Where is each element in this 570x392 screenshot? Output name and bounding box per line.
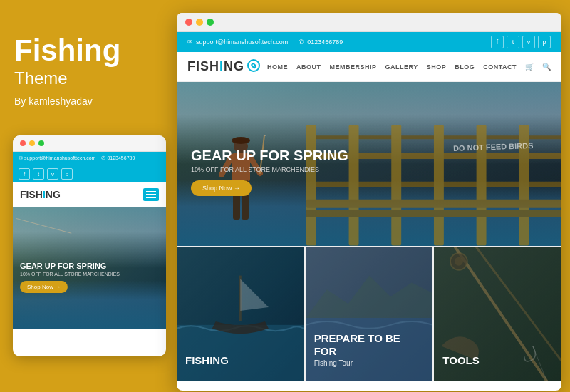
mobile-hero-subtitle: 10% OFF FOR ALL STORE MARCHENDIES — [20, 272, 120, 277]
mobile-phone: ✆ 0123456789 — [101, 155, 135, 161]
minimize-dot — [29, 140, 35, 146]
mobile-browser-bar — [13, 135, 166, 152]
svg-rect-6 — [434, 125, 444, 245]
svg-rect-10 — [306, 210, 561, 217]
phone-icon: ✆ — [101, 155, 105, 160]
fishing-card-title: FISHING — [185, 354, 296, 367]
cart-icon[interactable]: 🛒 — [525, 63, 534, 71]
facebook-icon[interactable]: f — [19, 168, 30, 180]
tools-card-title: TOOLS — [442, 354, 553, 367]
search-icon[interactable]: 🔍 — [542, 63, 551, 71]
desktop-nav: FISHING HOME ABOUT MEMBERSHIP GALLERY SH… — [177, 52, 561, 82]
mobile-hero-title: GEAR UP FOR SPRING — [20, 262, 120, 270]
hero-shop-button[interactable]: Shop Now — [191, 180, 252, 196]
pinterest-icon[interactable]: p — [538, 36, 551, 48]
svg-point-27 — [455, 257, 463, 266]
nav-home[interactable]: HOME — [267, 63, 288, 71]
prepare-card-title: PREPARE TO BE FOR — [314, 332, 425, 358]
hamburger-line — [146, 197, 156, 198]
theme-title: Fishing — [14, 36, 171, 66]
mobile-logo: FISHING — [20, 189, 61, 200]
nav-blog[interactable]: BLOG — [455, 63, 475, 71]
nav-gallery[interactable]: GALLERY — [385, 63, 418, 71]
hamburger-line — [146, 191, 156, 192]
phone-icon: ✆ — [299, 38, 304, 46]
pinterest-icon[interactable]: p — [61, 168, 73, 180]
hero-main-title: GEAR UP FOR SPRING — [191, 148, 348, 164]
card-prepare[interactable]: PREPARE TO BE FOR Fishing Tour — [306, 247, 435, 381]
browser-top-bar — [177, 13, 561, 32]
desktop-info-bar: ✉ support@himanshusofttech.com ✆ 0123456… — [177, 32, 561, 52]
theme-author: By kamleshyadav — [14, 96, 171, 107]
svg-line-25 — [477, 247, 561, 360]
maximize-dot — [38, 140, 44, 146]
theme-subtitle: Theme — [14, 68, 171, 88]
nav-shop[interactable]: SHOP — [427, 63, 447, 71]
prepare-card-subtitle: Fishing Tour — [314, 359, 425, 367]
hero-text-overlay: GEAR UP FOR SPRING 10% OFF FOR ALL STORE… — [191, 148, 348, 196]
cards-row: FISHING PREPARE TO BE FOR Fishing Tour — [177, 246, 561, 381]
desktop-phone: ✆ 0123456789 — [299, 38, 343, 46]
mobile-info-bar: ✉ support@himanshusofttech.com ✆ 0123456… — [13, 152, 166, 165]
desktop-logo: FISHING — [187, 59, 260, 74]
mobile-hero-content: GEAR UP FOR SPRING 10% OFF FOR ALL STORE… — [20, 262, 120, 293]
desktop-social-icons: f t v p — [491, 36, 551, 48]
tools-card-content: TOOLS — [442, 354, 553, 367]
svg-rect-14 — [233, 138, 249, 143]
mobile-social-bar: f t v p — [13, 165, 166, 182]
card-tools[interactable]: TOOLS — [434, 247, 561, 381]
twitter-icon[interactable]: t — [507, 36, 519, 48]
mobile-mockup: ✉ support@himanshusofttech.com ✆ 0123456… — [13, 135, 166, 356]
vimeo-icon[interactable]: v — [47, 168, 58, 180]
mobile-shop-button[interactable]: Shop Now — [20, 281, 68, 293]
desktop-email: ✉ support@himanshusofttech.com — [187, 38, 288, 46]
sky-gradient — [13, 207, 166, 268]
nav-membership[interactable]: MEMBERSHIP — [329, 63, 376, 71]
hamburger-menu[interactable] — [143, 188, 159, 201]
email-icon: ✉ — [19, 155, 23, 160]
mobile-hero: GEAR UP FOR SPRING 10% OFF FOR ALL STORE… — [13, 207, 166, 329]
logo-hook — [247, 59, 260, 72]
prepare-card-content: PREPARE TO BE FOR Fishing Tour — [314, 332, 425, 367]
email-icon: ✉ — [187, 38, 193, 46]
nav-contact[interactable]: CONTACT — [483, 63, 517, 71]
left-panel: Fishing Theme By kamleshyadav — [14, 36, 171, 107]
mobile-nav: FISHING — [13, 182, 166, 207]
minimize-dot — [196, 19, 203, 26]
nav-links: HOME ABOUT MEMBERSHIP GALLERY SHOP BLOG … — [267, 63, 551, 71]
hamburger-line — [146, 194, 156, 195]
twitter-icon[interactable]: t — [33, 168, 44, 180]
desktop-hero: DO NOT FEED BIRDS GEAR UP FOR SPRING 10%… — [177, 82, 561, 246]
hero-subtitle: 10% OFF FOR ALL STORE MARCHENDIES — [191, 166, 348, 173]
close-dot — [20, 140, 26, 146]
svg-rect-5 — [391, 125, 401, 245]
svg-rect-4 — [349, 125, 359, 245]
close-dot — [185, 19, 192, 26]
vimeo-icon[interactable]: v — [522, 36, 535, 48]
maximize-dot — [207, 19, 214, 26]
nav-about[interactable]: ABOUT — [296, 63, 321, 71]
card-fishing[interactable]: FISHING — [177, 247, 306, 381]
fishing-card-content: FISHING — [185, 354, 296, 367]
mobile-email: ✉ support@himanshusofttech.com — [19, 155, 95, 161]
desktop-mockup: ✉ support@himanshusofttech.com ✆ 0123456… — [177, 13, 561, 391]
facebook-icon[interactable]: f — [491, 36, 504, 48]
desktop-info-left: ✉ support@himanshusofttech.com ✆ 0123456… — [187, 38, 343, 46]
svg-rect-9 — [306, 200, 561, 208]
